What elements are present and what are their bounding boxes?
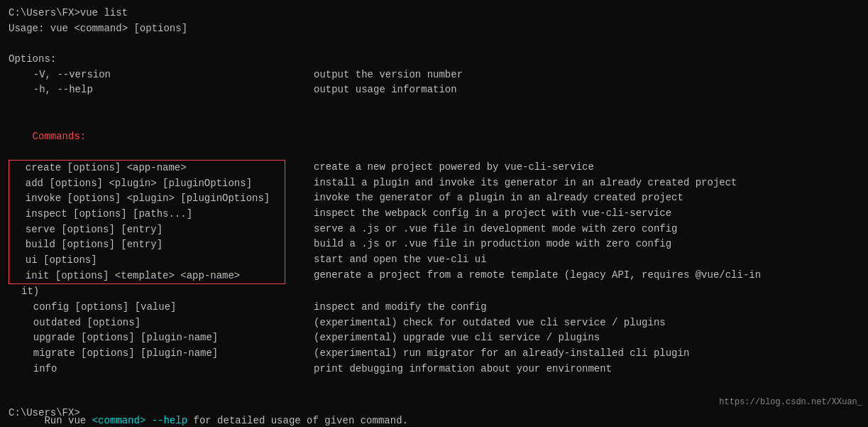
cmd-info-row: info print debugging information about y…: [9, 362, 859, 377]
option-version-desc: output the version number: [285, 67, 859, 83]
option-help-desc: output usage information: [285, 82, 859, 98]
commands-label: Commands:: [33, 131, 87, 142]
cmd-upgrade: upgrade [options] [plugin-name]: [9, 330, 285, 346]
prompt-line-2: C:\Users\FX>: [9, 406, 80, 421]
commands-right-col: create a new project powered by vue-cli-…: [285, 160, 859, 283]
cmd-create: create [options] <app-name>: [13, 161, 280, 176]
cmd-upgrade-row: upgrade [options] [plugin-name] (experim…: [9, 330, 859, 346]
cmd-migrate: migrate [options] [plugin-name]: [9, 346, 285, 362]
terminal-window: C:\Users\FX>vue list Usage: vue <command…: [0, 0, 868, 427]
cmd-outdated: outdated [options]: [9, 315, 285, 331]
run-after: for detailed usage of given command.: [187, 415, 408, 426]
cmd-build: build [options] [entry]: [13, 237, 280, 253]
usage-line: Usage: vue <command> [options]: [9, 21, 859, 37]
run-space: [145, 415, 151, 426]
options-label: Options:: [9, 52, 859, 67]
cmd-init-desc: generate a project from a remote templat…: [314, 268, 859, 283]
commands-section: create [options] <app-name> add [options…: [9, 160, 859, 285]
cmd-add-desc: install a plugin and invoke its generato…: [314, 175, 859, 191]
cmd-create-desc: create a new project powered by vue-cli-…: [314, 160, 859, 175]
cmd-info: info: [9, 362, 285, 377]
option-help-flag: -h, --help: [9, 82, 285, 98]
option-version-flag: -V, --version: [9, 67, 285, 83]
cmd-ui-desc: start and open the vue-cli ui: [314, 252, 859, 268]
cmd-config-row: config [options] [value] inspect and mod…: [9, 300, 859, 315]
cmd-invoke-desc: invoke the generator of a plugin in an a…: [314, 190, 859, 206]
option-version-row: -V, --version output the version number: [9, 67, 859, 83]
cmd-inspect-desc: inspect the webpack config in a project …: [314, 206, 859, 222]
option-help-row: -h, --help output usage information: [9, 82, 859, 98]
cmd-config-desc: inspect and modify the config: [285, 300, 859, 315]
commands-label-line: Commands:: [9, 114, 859, 160]
cmd-migrate-desc: (experimental) run migrator for an alrea…: [285, 346, 859, 362]
cmd-init: init [options] <template> <app-name>: [13, 269, 280, 284]
cmd-build-desc: build a .js or .vue file in production m…: [314, 237, 859, 252]
cmd-add: add [options] <plugin> [pluginOptions]: [13, 176, 280, 192]
cmd-invoke: invoke [options] <plugin> [pluginOptions…: [13, 191, 280, 207]
watermark: https://blog.csdn.net/XXuan_: [719, 397, 862, 407]
cmd-outdated-desc: (experimental) check for outdated vue cl…: [285, 315, 859, 331]
run-help-flag: --help: [152, 415, 187, 426]
cmd-serve-desc: serve a .js or .vue file in development …: [314, 222, 859, 237]
cmd-inspect: inspect [options] [paths...]: [13, 207, 280, 222]
cmd-config: config [options] [value]: [9, 300, 285, 315]
commands-left-col: create [options] <app-name> add [options…: [9, 160, 285, 285]
cmd-outdated-row: outdated [options] (experimental) check …: [9, 315, 859, 331]
cmd-migrate-row: migrate [options] [plugin-name] (experim…: [9, 346, 859, 362]
cmd-info-desc: print debugging information about your e…: [285, 362, 859, 377]
cmd-upgrade-desc: (experimental) upgrade vue cli service /…: [285, 330, 859, 346]
run-command-highlight: <command>: [92, 415, 146, 426]
prompt-line-1: C:\Users\FX>vue list: [9, 6, 859, 21]
cmd-serve: serve [options] [entry]: [13, 222, 280, 238]
cmd-ui: ui [options]: [13, 253, 280, 269]
cmd-init-cont: it): [9, 284, 859, 300]
